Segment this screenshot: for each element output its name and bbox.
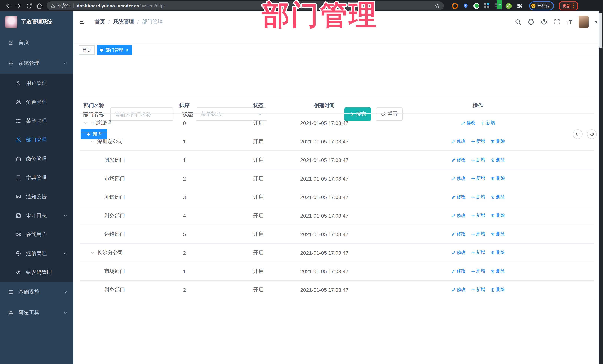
extension-grid-icon[interactable] [484, 3, 490, 9]
delete-link[interactable]: 删除 [490, 249, 505, 256]
sidebar-item-user[interactable]: 用户管理 [0, 74, 73, 93]
delete-link[interactable]: 删除 [490, 175, 505, 182]
sidebar-item-post[interactable]: 岗位管理 [0, 149, 73, 168]
breadcrumb-home[interactable]: 首页 [95, 19, 105, 25]
dashboard-icon [8, 40, 14, 45]
dept-name-cell: 市场部门 [83, 262, 125, 280]
sidebar-item-sms[interactable]: 短信管理 [0, 244, 73, 263]
font-size-icon[interactable]: TT [567, 19, 572, 25]
sidebar-item-dict[interactable]: 字典管理 [0, 168, 73, 187]
add-link[interactable]: 新增 [471, 268, 485, 274]
delete-link[interactable]: 删除 [490, 231, 505, 237]
add-link[interactable]: 新增 [481, 120, 495, 126]
address-bar[interactable]: 不安全 dashboard.yudao.iocoder.cn /system/d… [47, 1, 444, 10]
add-link[interactable]: 新增 [471, 194, 485, 200]
create-time-cell: 2021-01-05 17:03:47 [287, 132, 361, 151]
sidebar-item-errcode[interactable]: 错误码管理 [0, 263, 73, 282]
extension-on-badge-icon[interactable]: on [495, 3, 501, 9]
sidebar-item-audit[interactable]: 审计日志 [0, 206, 73, 225]
delete-icon [490, 269, 495, 273]
dept-name-cell: 深圳总公司 [83, 132, 123, 151]
sidebar-toggle-icon[interactable] [79, 19, 85, 24]
edit-link[interactable]: 修改 [451, 175, 465, 182]
sidebar-item-system[interactable]: 系统管理 [0, 53, 73, 74]
sidebar-item-dept[interactable]: 部门管理 [0, 131, 73, 149]
edit-link[interactable]: 修改 [461, 120, 475, 126]
scrollbar-thumb[interactable] [599, 13, 602, 48]
add-link[interactable]: 新增 [471, 249, 485, 256]
edit-link[interactable]: 修改 [451, 157, 465, 163]
tag-dept-active[interactable]: 部门管理 × [97, 45, 132, 55]
extension-orange-icon[interactable] [452, 3, 458, 9]
delete-link[interactable]: 删除 [490, 138, 505, 144]
edit-link[interactable]: 修改 [451, 138, 465, 144]
browser-home-icon[interactable] [36, 2, 43, 10]
edit-link[interactable]: 修改 [451, 212, 465, 219]
delete-link[interactable]: 删除 [490, 194, 505, 200]
github-icon[interactable] [528, 19, 534, 25]
add-icon [471, 176, 475, 181]
sidebar-item-online[interactable]: 在线用户 [0, 225, 73, 244]
status-cell: 开启 [236, 132, 280, 151]
edit-link[interactable]: 修改 [451, 231, 465, 237]
expand-caret-icon[interactable] [83, 121, 88, 125]
sort-cell: 1 [162, 262, 207, 280]
actions-cell: 修改新增删除 [418, 132, 537, 151]
edit-link[interactable]: 修改 [451, 268, 465, 274]
browser-forward-icon[interactable] [15, 2, 22, 10]
expand-caret-icon[interactable] [90, 139, 95, 144]
extension-green-icon[interactable] [474, 3, 479, 9]
browser-reload-icon[interactable] [25, 2, 33, 10]
add-icon [471, 158, 475, 162]
expand-caret-icon[interactable] [90, 250, 95, 255]
delete-link[interactable]: 删除 [490, 287, 505, 293]
tags-view-bar: 首页 部门管理 × [73, 44, 603, 56]
extension-leaf-icon[interactable]: ✓ [506, 3, 512, 9]
bookmark-star-icon[interactable] [435, 3, 440, 9]
sidebar-logo-row[interactable]: 芋道管理系统 [0, 11, 73, 32]
dept-name-text: 市场部门 [104, 268, 125, 275]
delete-link[interactable]: 删除 [490, 268, 505, 274]
browser-update-button[interactable]: 更新 [559, 1, 578, 10]
delete-icon [490, 176, 495, 181]
edit-link[interactable]: 修改 [451, 287, 465, 293]
add-link[interactable]: 新增 [471, 287, 485, 293]
delete-icon [490, 139, 495, 144]
breadcrumb-separator: / [137, 19, 139, 25]
tag-close-icon[interactable]: × [126, 48, 128, 52]
extension-pin-icon[interactable] [463, 3, 469, 9]
add-icon [471, 139, 475, 144]
sidebar-item-menu[interactable]: 菜单管理 [0, 111, 73, 131]
avatar-caret-icon[interactable] [595, 21, 598, 23]
sidebar-item-infra[interactable]: 基础设施 [0, 282, 73, 302]
breadcrumb-system[interactable]: 系统管理 [113, 19, 134, 25]
page-scrollbar[interactable] [599, 11, 603, 364]
browser-back-icon[interactable] [4, 2, 12, 10]
add-link[interactable]: 新增 [471, 175, 485, 182]
sidebar-item-tools[interactable]: 研发工具 [0, 302, 73, 323]
sidebar-item-role[interactable]: 角色管理 [0, 93, 73, 111]
edit-icon [461, 121, 465, 125]
header-search-icon[interactable] [515, 19, 522, 25]
sidebar-item-notice[interactable]: 通知公告 [0, 187, 73, 206]
add-link[interactable]: 新增 [471, 157, 485, 163]
edit-link[interactable]: 修改 [451, 249, 465, 256]
browser-menu-icon[interactable] [573, 3, 574, 8]
delete-link[interactable]: 删除 [490, 212, 505, 219]
extensions-puzzle-icon[interactable] [517, 3, 522, 9]
sms-icon [16, 251, 21, 256]
paused-label: 已暂停 [538, 3, 550, 9]
add-link[interactable]: 新增 [471, 212, 485, 219]
fullscreen-icon[interactable] [554, 19, 560, 25]
add-icon [471, 250, 475, 255]
sidebar-item-home[interactable]: 首页 [0, 32, 73, 53]
delete-link[interactable]: 删除 [490, 157, 505, 163]
add-link[interactable]: 新增 [471, 231, 485, 237]
user-avatar[interactable] [579, 16, 589, 28]
edit-link[interactable]: 修改 [451, 194, 465, 200]
add-link[interactable]: 新增 [471, 138, 485, 144]
paused-extension-pill[interactable]: 已暂停 [529, 1, 554, 10]
create-time-cell: 2021-01-05 17:03:47 [287, 151, 361, 169]
tag-home[interactable]: 首页 [79, 45, 95, 55]
help-icon[interactable] [541, 19, 547, 25]
